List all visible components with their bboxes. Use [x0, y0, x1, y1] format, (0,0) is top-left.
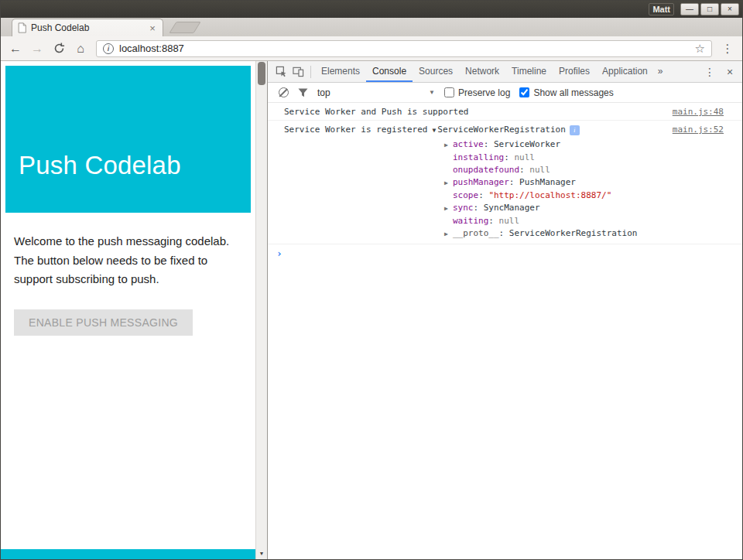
show-all-messages-toggle[interactable]: Show all messages: [519, 87, 613, 98]
property-name: active: [453, 139, 484, 149]
object-class-name[interactable]: ServiceWorkerRegistration: [437, 125, 566, 135]
page-hero: Push Codelab: [5, 66, 251, 213]
devtools-menu-icon[interactable]: ⋮: [702, 64, 717, 80]
property-value: null: [514, 152, 535, 162]
devtools-close-icon[interactable]: ×: [722, 64, 738, 80]
property-value: null: [499, 216, 520, 226]
colon: :: [499, 228, 509, 238]
property-name: __proto__: [453, 228, 499, 238]
web-page: Push Codelab Welcome to the push messagi…: [1, 61, 267, 559]
collapse-arrow-icon[interactable]: ▼: [432, 127, 436, 134]
object-property: waiting: null: [444, 215, 663, 227]
page-info-icon[interactable]: i: [103, 43, 114, 54]
property-name: sync: [453, 203, 474, 213]
tab-console[interactable]: Console: [366, 61, 413, 82]
page-title: Push Codelab: [19, 151, 181, 180]
property-name: onupdatefound: [453, 165, 519, 175]
source-link[interactable]: main.js:52: [673, 125, 724, 135]
new-tab-button[interactable]: [169, 22, 200, 33]
property-value: ServiceWorkerRegistration: [509, 228, 638, 238]
property-value: null: [529, 165, 550, 175]
toolbar-separator: [310, 66, 311, 78]
colon: :: [484, 139, 494, 149]
object-property[interactable]: ▶sync: SyncManager: [444, 202, 663, 215]
close-window-icon[interactable]: ×: [721, 3, 739, 15]
source-link[interactable]: main.js:48: [673, 107, 724, 117]
enable-push-button[interactable]: ENABLE PUSH MESSAGING: [14, 309, 193, 336]
property-value: ServiceWorker: [494, 139, 560, 149]
colon: :: [478, 190, 488, 200]
object-property[interactable]: ▶__proto__: ServiceWorkerRegistration: [444, 227, 663, 241]
colon: :: [474, 203, 484, 213]
object-property[interactable]: ▶active: ServiceWorker: [444, 138, 663, 152]
device-toolbar-icon[interactable]: [289, 63, 306, 80]
property-name: installing: [453, 152, 504, 162]
object-property-tree: ▶active: ServiceWorker installing: null …: [444, 138, 663, 241]
preserve-log-toggle[interactable]: Preserve log: [444, 87, 510, 98]
tab-sources[interactable]: Sources: [413, 61, 459, 82]
tab-application[interactable]: Application: [596, 61, 654, 82]
scrollbar-down-icon[interactable]: ▼: [256, 548, 267, 558]
property-value: "http://localhost:8887/": [488, 190, 611, 200]
browser-toolbar: ← → ⌂ i localhost:8887 ☆ ⋮: [1, 36, 742, 61]
page-footer-strip: [1, 549, 255, 559]
colon: :: [519, 165, 529, 175]
expand-arrow-icon[interactable]: ▶: [444, 139, 453, 152]
scrollbar-thumb[interactable]: [258, 62, 265, 85]
console-message-row: Service Worker is registered▼ServiceWork…: [268, 121, 742, 244]
address-bar[interactable]: i localhost:8887 ☆: [96, 40, 712, 57]
tab-strip: Push Codelab ×: [1, 18, 742, 36]
property-value: PushManager: [519, 177, 576, 187]
colon: :: [488, 216, 498, 226]
expand-arrow-icon[interactable]: ▶: [444, 228, 453, 241]
property-name: waiting: [453, 216, 488, 226]
tab-elements[interactable]: Elements: [315, 61, 366, 82]
browser-tab[interactable]: Push Codelab ×: [12, 19, 163, 36]
expand-arrow-icon[interactable]: ▶: [444, 177, 453, 190]
inspect-element-icon[interactable]: [272, 63, 289, 80]
object-info-icon[interactable]: i: [570, 125, 580, 135]
execution-context-select[interactable]: top ▼: [317, 87, 435, 98]
back-icon[interactable]: ←: [5, 39, 26, 59]
minimize-icon[interactable]: —: [680, 3, 699, 15]
preserve-log-checkbox[interactable]: [444, 87, 454, 97]
browser-window: Matt — □ × Push Codelab × ← → ⌂ i localh…: [0, 0, 743, 560]
show-all-messages-label: Show all messages: [533, 87, 613, 98]
console-prompt-icon: ›: [276, 248, 282, 258]
tab-profiles[interactable]: Profiles: [553, 61, 596, 82]
object-property: scope: "http://localhost:8887/": [444, 190, 663, 202]
tab-timeline[interactable]: Timeline: [505, 61, 553, 82]
show-all-messages-checkbox[interactable]: [519, 87, 529, 97]
content-area: Push Codelab Welcome to the push messagi…: [1, 61, 742, 559]
intro-text: Welcome to the push messaging codelab. T…: [14, 232, 242, 289]
colon: :: [509, 177, 519, 187]
devtools-tabbar: Elements Console Sources Network Timelin…: [268, 61, 742, 83]
more-tabs-icon[interactable]: »: [654, 61, 667, 82]
session-user-label[interactable]: Matt: [649, 3, 674, 15]
page-favicon-icon: [17, 22, 27, 33]
console-message-text: Service Worker is registered: [284, 125, 427, 135]
tab-title: Push Codelab: [31, 22, 143, 33]
titlebar: Matt — □ ×: [1, 1, 742, 18]
object-property[interactable]: ▶pushManager: PushManager: [444, 176, 663, 190]
object-property: onupdatefound: null: [444, 164, 663, 176]
preserve-log-label: Preserve log: [458, 87, 510, 98]
clear-console-icon[interactable]: [279, 87, 289, 97]
devtools-controls: ⋮ ×: [702, 64, 738, 80]
maximize-icon[interactable]: □: [700, 3, 719, 15]
tab-close-icon[interactable]: ×: [147, 23, 158, 33]
filter-icon[interactable]: [298, 88, 308, 97]
expand-arrow-icon[interactable]: ▶: [444, 203, 453, 215]
forward-icon: →: [27, 39, 47, 59]
home-icon[interactable]: ⌂: [70, 39, 91, 59]
tab-network[interactable]: Network: [459, 61, 505, 82]
console-input-row[interactable]: ›: [268, 244, 742, 258]
page-scrollbar[interactable]: ▼: [255, 61, 267, 559]
bookmark-star-icon[interactable]: ☆: [695, 42, 705, 56]
console-toolbar: top ▼ Preserve log Show all messages: [268, 83, 742, 103]
url-text[interactable]: localhost:8887: [119, 43, 184, 54]
reload-icon[interactable]: [49, 39, 69, 59]
devtools-panel: Elements Console Sources Network Timelin…: [267, 61, 742, 559]
browser-menu-icon[interactable]: ⋮: [717, 39, 738, 59]
dropdown-icon: ▼: [429, 89, 435, 96]
